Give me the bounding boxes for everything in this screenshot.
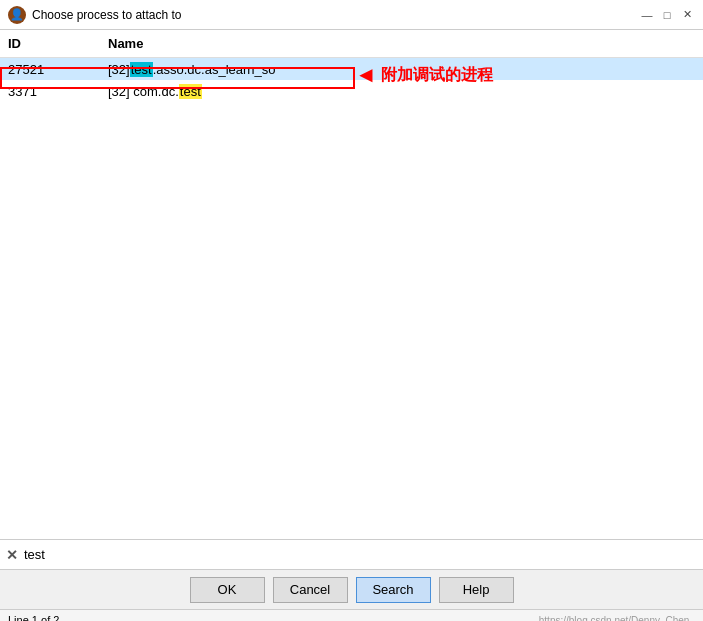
titlebar: 👤 Choose process to attach to — □ ✕ [0,0,703,30]
cell-id-27521: 27521 [0,61,100,78]
button-row: OK Cancel Search Help [0,570,703,610]
ok-button[interactable]: OK [190,577,265,603]
search-bar: ✕ [0,540,703,570]
name-highlight-3371: test [179,84,202,99]
table-header: ID Name [0,30,703,58]
help-button[interactable]: Help [439,577,514,603]
status-bar: Line 1 of 2 https://blog.csdn.net/Denny_… [0,610,703,621]
titlebar-left: 👤 Choose process to attach to [8,6,181,24]
search-input[interactable] [24,547,699,562]
avatar: 👤 [8,6,26,24]
avatar-icon: 👤 [10,8,24,21]
close-button[interactable]: ✕ [679,7,695,23]
cancel-button[interactable]: Cancel [273,577,348,603]
search-clear-button[interactable]: ✕ [4,547,20,563]
window-controls: — □ ✕ [639,7,695,23]
search-button[interactable]: Search [356,577,431,603]
window-title: Choose process to attach to [32,8,181,22]
cell-name-3371: [32] com.dc.test [100,83,703,100]
process-table-container: ID Name 27521 [32] test.asso.dc.as_learn… [0,30,703,540]
cell-name-27521: [32] test.asso.dc.as_learn_so [100,61,703,78]
column-header-id: ID [0,34,100,53]
minimize-button[interactable]: — [639,7,655,23]
line-info: Line 1 of 2 [8,614,59,621]
watermark: https://blog.csdn.net/Denny_Chen_ [539,615,695,622]
table-row[interactable]: 27521 [32] test.asso.dc.as_learn_so [0,58,703,80]
name-prefix-27521: [32] [108,62,130,77]
column-header-name: Name [100,34,703,53]
table-row[interactable]: 3371 [32] com.dc.test [0,80,703,102]
cell-id-3371: 3371 [0,83,100,100]
name-prefix-3371: [32] com.dc. [108,84,179,99]
name-suffix-27521: .asso.dc.as_learn_so [153,62,276,77]
name-highlight-27521: test [130,62,153,77]
maximize-button[interactable]: □ [659,7,675,23]
